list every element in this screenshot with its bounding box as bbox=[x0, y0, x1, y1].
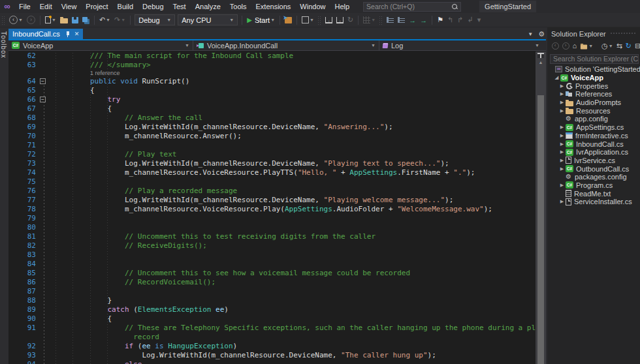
test-grid-icon[interactable]: ▼ bbox=[361, 14, 377, 27]
tree-item-frminteractive-cs[interactable]: ▶frmInteractive.cs bbox=[547, 132, 640, 140]
tree-item-serviceinstaller-cs[interactable]: ▶ServiceInstaller.cs bbox=[547, 198, 640, 206]
tree-item-properties[interactable]: ▶Properties bbox=[547, 82, 640, 90]
menu-item-view[interactable]: View bbox=[57, 0, 82, 13]
redo-icon[interactable]: ↷▼ bbox=[112, 14, 127, 27]
tree-item-app-config[interactable]: app.config bbox=[547, 115, 640, 123]
back-icon[interactable]: ‹ bbox=[550, 42, 560, 50]
navigate-icon-1[interactable]: → bbox=[407, 14, 418, 27]
pending-changes-filter-icon[interactable]: ◷▼ bbox=[600, 42, 615, 50]
expander-icon[interactable]: ▶ bbox=[559, 125, 565, 130]
save-icon[interactable] bbox=[70, 14, 80, 27]
navigate-icon-2[interactable]: → bbox=[418, 14, 429, 27]
menu-item-help[interactable]: Help bbox=[330, 0, 354, 13]
menu-item-build[interactable]: Build bbox=[113, 0, 138, 13]
code-editor[interactable]: 62 /// The main script for the Inbound C… bbox=[8, 52, 536, 364]
tree-item-audioprompts[interactable]: ▶AudioPrompts bbox=[547, 99, 640, 107]
solution-explorer-search-input[interactable]: Search Solution Explorer (Ctrl+;) bbox=[550, 54, 639, 64]
tab-overflow-chevron-icon[interactable]: ▼ bbox=[528, 31, 533, 37]
solution-platforms-dropdown[interactable]: Any CPU▼ bbox=[178, 14, 238, 25]
forward-icon[interactable]: › bbox=[560, 42, 571, 50]
menu-item-window[interactable]: Window bbox=[295, 0, 330, 13]
fold-collapse-icon[interactable]: − bbox=[40, 97, 46, 102]
scroll-up-icon[interactable]: ▲ bbox=[536, 60, 546, 65]
refresh-icon[interactable]: ↻ bbox=[624, 42, 633, 50]
tree-item-packages-config[interactable]: packages.config bbox=[547, 173, 640, 181]
pin-icon[interactable] bbox=[65, 31, 71, 37]
clear-bookmark-icon[interactable]: ↲ bbox=[465, 14, 475, 27]
tree-item-ivrservice-cs[interactable]: ▶IvrService.cs bbox=[547, 157, 640, 165]
switch-views-icon[interactable]: ▼ bbox=[579, 42, 595, 50]
expander-icon[interactable]: ▶ bbox=[559, 91, 565, 97]
expander-icon[interactable]: ▶ bbox=[559, 100, 565, 105]
start-debugging-button[interactable]: ▶Start▼ bbox=[247, 16, 275, 24]
vertical-scrollbar[interactable]: ▲ bbox=[536, 52, 546, 364]
refresh-build-icon[interactable]: ↻ bbox=[345, 14, 355, 27]
breadcrumb-member[interactable]: Log ▼ bbox=[379, 40, 546, 50]
tree-item-inboundcall-cs[interactable]: ▶C#InboundCall.cs bbox=[547, 140, 640, 148]
tree-item-program-cs[interactable]: ▶C#Program.cs bbox=[547, 181, 640, 190]
expander-icon[interactable]: ▶ bbox=[559, 183, 565, 188]
sync-with-active-document-icon[interactable]: ⇆ bbox=[615, 42, 624, 50]
solution-configurations-dropdown[interactable]: Debug▼ bbox=[135, 14, 175, 25]
new-file-icon[interactable]: ▼ bbox=[43, 14, 58, 27]
solution-name-badge[interactable]: GettingStarted bbox=[479, 1, 536, 12]
outline-icon-1[interactable] bbox=[385, 14, 396, 27]
breadcrumb-type[interactable]: VoiceApp.InboundCall ▼ bbox=[193, 40, 379, 50]
menu-item-project[interactable]: Project bbox=[81, 0, 112, 13]
expander-icon[interactable]: ▶ bbox=[559, 199, 565, 204]
tree-item-outboundcall-cs[interactable]: ▶C#OutboundCall.cs bbox=[547, 164, 640, 173]
splitter-handle[interactable] bbox=[537, 53, 544, 58]
undo-icon[interactable]: ↶▼ bbox=[97, 14, 112, 27]
breadcrumb-project[interactable]: C# VoiceApp ▼ bbox=[8, 40, 193, 50]
target-icon[interactable]: ▼ bbox=[300, 14, 316, 27]
expander-icon[interactable]: ▶ bbox=[559, 83, 565, 89]
menu-item-file[interactable]: File bbox=[14, 0, 35, 13]
tree-item-readme-txt[interactable]: ReadMe.txt bbox=[547, 189, 640, 198]
deploy-icon[interactable] bbox=[323, 14, 334, 27]
menu-item-extensions[interactable]: Extensions bbox=[251, 0, 296, 13]
expander-icon[interactable]: ◢ bbox=[554, 75, 560, 80]
tree-item-solution-gettingstarted-1-of-1-project[interactable]: ∞Solution 'GettingStarted' (1 of 1 proje… bbox=[547, 65, 640, 74]
menu-item-edit[interactable]: Edit bbox=[35, 0, 57, 13]
save-all-icon[interactable] bbox=[80, 14, 91, 27]
code-line: 89 catch (ElementsException ee) bbox=[8, 305, 536, 314]
gear-icon[interactable]: ⚙ bbox=[538, 30, 545, 38]
fold-collapse-icon[interactable]: − bbox=[40, 78, 46, 84]
open-file-icon[interactable] bbox=[58, 14, 70, 27]
nav-back-icon[interactable]: ‹▼ bbox=[7, 14, 25, 27]
attach-icon[interactable] bbox=[283, 14, 294, 27]
tree-item-voiceapp[interactable]: ◢C#VoiceApp bbox=[547, 74, 640, 82]
expander-icon[interactable]: ▶ bbox=[559, 133, 565, 138]
toolbox-side-tab[interactable]: Toolbox bbox=[0, 27, 8, 364]
outline-icon-2[interactable] bbox=[396, 14, 407, 27]
expander-icon[interactable]: ▶ bbox=[559, 158, 565, 163]
quick-search-input[interactable]: Search (Ctrl+Q) bbox=[363, 2, 461, 12]
tree-item-ivrapplication-cs[interactable]: ▶C#IvrApplication.cs bbox=[547, 148, 640, 157]
toolbar-overflow-icon[interactable]: ▾ bbox=[475, 14, 483, 27]
tree-item-appsettings-cs[interactable]: ▶C#AppSettings.cs bbox=[547, 123, 640, 132]
line-number: 72 bbox=[8, 150, 36, 159]
expander-icon[interactable]: ▶ bbox=[559, 149, 565, 155]
bookmark-icon[interactable]: ⚑ bbox=[435, 14, 445, 27]
menu-item-analyze[interactable]: Analyze bbox=[191, 0, 225, 13]
menu-item-test[interactable]: Test bbox=[168, 0, 191, 13]
expander-icon[interactable]: ▶ bbox=[559, 108, 565, 114]
home-icon[interactable]: ⌂ bbox=[571, 42, 579, 50]
deploy-all-icon[interactable] bbox=[334, 14, 345, 27]
nav-forward-icon[interactable]: › bbox=[25, 14, 37, 27]
scrollbar-thumb[interactable] bbox=[537, 95, 544, 364]
tree-item-resources[interactable]: ▶Resources bbox=[547, 106, 640, 115]
toolbox-label: Toolbox bbox=[0, 31, 7, 58]
expander-icon[interactable]: ▶ bbox=[559, 142, 565, 147]
solution-icon: ∞ bbox=[555, 66, 562, 72]
code-line: 66− try bbox=[8, 95, 536, 104]
tree-item-references[interactable]: ▶References bbox=[547, 90, 640, 99]
prev-bookmark-icon[interactable]: ↰ bbox=[445, 14, 455, 27]
collapse-all-icon[interactable]: ⊟ bbox=[633, 42, 640, 50]
expander-icon[interactable]: ▶ bbox=[559, 166, 565, 172]
next-bookmark-icon[interactable]: ↱ bbox=[455, 14, 465, 27]
close-icon[interactable]: ✕ bbox=[74, 31, 80, 37]
menu-item-tools[interactable]: Tools bbox=[225, 0, 251, 13]
tab-inboundcall[interactable]: InboundCall.cs ✕ bbox=[8, 29, 83, 39]
menu-item-debug[interactable]: Debug bbox=[138, 0, 168, 13]
